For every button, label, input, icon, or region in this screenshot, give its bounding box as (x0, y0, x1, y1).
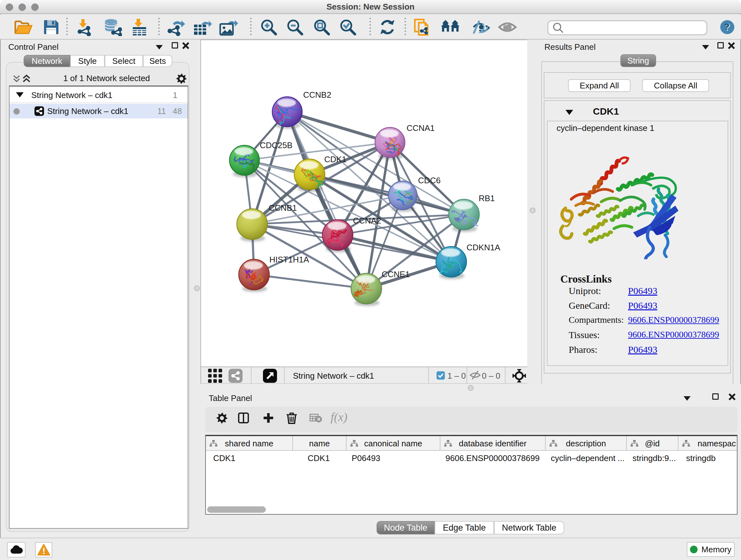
svg-text:CDC25B: CDC25B (260, 140, 293, 150)
svg-text:HIST1H1A: HIST1H1A (269, 255, 309, 264)
svg-text:RB1: RB1 (479, 193, 495, 203)
svg-text:CCNA1: CCNA1 (407, 123, 434, 133)
svg-text:CCNB1: CCNB1 (269, 203, 297, 212)
svg-text:CCNB2: CCNB2 (303, 90, 331, 100)
svg-text:CDC6: CDC6 (418, 176, 441, 185)
svg-text:CCNA2: CCNA2 (353, 216, 381, 226)
svg-text:CCNE1: CCNE1 (382, 269, 410, 279)
svg-text:CDKN1A: CDKN1A (467, 243, 500, 252)
svg-text:?: ? (724, 21, 730, 32)
svg-text:CDK1: CDK1 (324, 154, 346, 164)
